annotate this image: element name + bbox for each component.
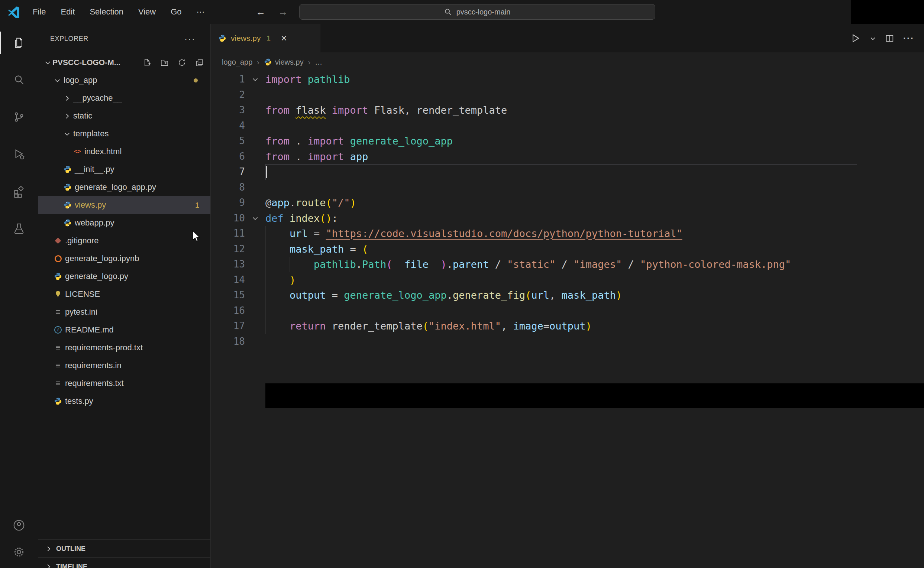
line-number: 5 (211, 133, 245, 149)
menu-overflow-button[interactable]: ··· (189, 5, 212, 19)
tree-item-templates[interactable]: templates (38, 125, 210, 143)
code-line-12[interactable]: 12 mask_path = ( (211, 242, 924, 257)
code-lines: 1import pathlib23from flask import Flask… (211, 72, 924, 349)
menu-selection[interactable]: Selection (82, 5, 131, 19)
line-number: 3 (211, 103, 245, 118)
breadcrumb-item[interactable]: views.py (264, 58, 304, 66)
back-button[interactable]: ← (256, 6, 266, 18)
code-line-10[interactable]: 10def index(): (211, 211, 924, 226)
activity-run-and-debug-icon[interactable] (0, 136, 38, 173)
tree-item-requirements-in[interactable]: ≡requirements.in (38, 357, 210, 375)
tree-item-license[interactable]: LICENSE (38, 285, 210, 303)
tree-item-label: requirements.txt (65, 379, 124, 388)
code-line-17[interactable]: 17 return render_template("index.html", … (211, 318, 924, 334)
tree-item-init-py[interactable]: __init__.py (38, 160, 210, 178)
tree-item-generate-logo-ipynb[interactable]: generate_logo.ipynb (38, 250, 210, 267)
code-line-4[interactable]: 4 (211, 118, 924, 134)
activity-testing-icon[interactable] (0, 210, 38, 247)
code-line-16[interactable]: 16 (211, 303, 924, 319)
more-button[interactable]: ··· (903, 33, 914, 44)
search-icon (444, 8, 452, 16)
fold-chevron-icon (245, 226, 265, 242)
line-number: 12 (211, 242, 245, 257)
chevron-right-icon (44, 545, 53, 552)
timeline-section-header[interactable]: TIMELINE (38, 557, 210, 568)
tree-item-tests-py[interactable]: tests.py (38, 392, 210, 410)
code-line-13[interactable]: 13 pathlib.Path(__file__).parent / "stat… (211, 257, 924, 272)
activity-settings-icon[interactable] (0, 539, 38, 565)
sidebar-explorer: EXPLORER ··· PVSCC-LOGO-M... logo_app__p… (38, 24, 211, 568)
activity-source-control-icon[interactable] (0, 98, 38, 136)
tree-item-requirements-prod-txt[interactable]: ≡requirements-prod.txt (38, 339, 210, 357)
new-folder-button[interactable] (160, 58, 169, 67)
fold-chevron-icon[interactable] (245, 72, 265, 87)
fold-chevron-icon[interactable] (245, 211, 265, 226)
tree-item-label: __init__.py (75, 165, 114, 174)
tab-views-py[interactable]: views.py 1 × (211, 24, 321, 52)
tree-item-views-py[interactable]: views.py1 (38, 196, 210, 214)
activity-explorer-icon[interactable] (0, 24, 38, 61)
activity-search-icon[interactable] (0, 61, 38, 98)
command-center-search[interactable]: pvscc-logo-main (299, 4, 655, 20)
line-number: 2 (211, 87, 245, 103)
explorer-more-actions-button[interactable]: ··· (184, 34, 195, 44)
tree-item-static[interactable]: static (38, 107, 210, 125)
lines-icon: ≡ (52, 379, 64, 387)
activity-bar-top (0, 24, 38, 247)
code-line-2[interactable]: 2 (211, 87, 924, 103)
code-line-5[interactable]: 5from . import generate_logo_app (211, 133, 924, 149)
tree-root-pvscc-logo-main[interactable]: PVSCC-LOGO-M... (38, 53, 210, 71)
activity-extensions-icon[interactable] (0, 173, 38, 210)
tree-item-index-html[interactable]: <>index.html (38, 143, 210, 160)
run-dropdown-button[interactable] (870, 35, 876, 42)
tree-item-generate-logo-py[interactable]: generate_logo.py (38, 267, 210, 285)
tree-item-readme-md[interactable]: iREADME.md (38, 321, 210, 339)
tree-item-pycache[interactable]: __pycache__ (38, 89, 210, 107)
tree-item-label: generate_logo.ipynb (65, 254, 139, 263)
code-line-7[interactable]: 7 (211, 164, 924, 180)
outline-section-header[interactable]: OUTLINE (38, 539, 210, 557)
python-icon (218, 34, 226, 42)
new-file-button[interactable] (143, 58, 151, 67)
python-icon (52, 397, 64, 405)
code-line-6[interactable]: 6from . import app (211, 149, 924, 165)
breadcrumb-item[interactable]: logo_app (222, 58, 253, 66)
code-line-11[interactable]: 11 url = "https://code.visualstudio.com/… (211, 226, 924, 242)
menu-edit[interactable]: Edit (53, 5, 82, 19)
refresh-button[interactable] (178, 58, 186, 67)
code-line-1[interactable]: 1import pathlib (211, 72, 924, 87)
line-number: 15 (211, 287, 245, 303)
tree-item-gitignore[interactable]: .gitignore (38, 232, 210, 250)
code-line-14[interactable]: 14 ) (211, 272, 924, 288)
run-button[interactable] (850, 33, 861, 44)
lines-icon: ≡ (52, 361, 64, 370)
tree-item-pytest-ini[interactable]: ≡pytest.ini (38, 303, 210, 321)
chevron-right-icon (62, 95, 72, 102)
menu-go[interactable]: Go (163, 5, 189, 19)
code-line-8[interactable]: 8 (211, 180, 924, 195)
menu-view[interactable]: View (131, 5, 163, 19)
history-navigation: ← → (256, 6, 288, 18)
code-line-15[interactable]: 15 output = generate_logo_app.generate_f… (211, 287, 924, 303)
code-line-18[interactable]: 18 (211, 334, 924, 350)
tree-item-label: views.py (75, 200, 106, 210)
python-icon (62, 183, 73, 191)
menu-file[interactable]: File (25, 5, 53, 19)
tree-item-logo-app[interactable]: logo_app (38, 71, 210, 89)
code-editor[interactable]: 1import pathlib23from flask import Flask… (211, 72, 924, 568)
tree-item-webapp-py[interactable]: webapp.py (38, 214, 210, 232)
close-tab-button[interactable]: × (281, 33, 287, 44)
split-editor-button[interactable] (885, 34, 894, 43)
forward-button[interactable]: → (278, 6, 288, 18)
code-line-3[interactable]: 3from flask import Flask, render_templat… (211, 103, 924, 118)
line-number: 11 (211, 226, 245, 242)
collapse-all-button[interactable] (195, 58, 204, 67)
fold-chevron-icon (245, 195, 265, 211)
tree-item-generate-logo-app-py[interactable]: generate_logo_app.py (38, 178, 210, 196)
activity-account-icon[interactable] (0, 512, 38, 539)
menu-bar: FileEditSelectionViewGo··· (25, 5, 212, 19)
license-icon (52, 291, 64, 298)
breadcrumb-item[interactable]: … (315, 58, 322, 66)
tree-item-requirements-txt[interactable]: ≡requirements.txt (38, 375, 210, 392)
code-line-9[interactable]: 9@app.route("/") (211, 195, 924, 211)
